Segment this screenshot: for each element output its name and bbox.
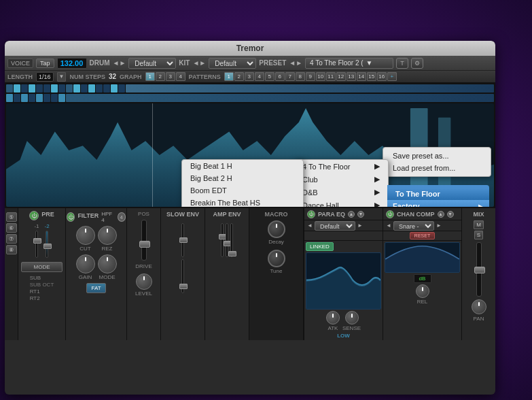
pat-btn-6[interactable]: 6 [275, 72, 285, 81]
db-display: dB [414, 274, 431, 283]
channel-btn-7[interactable]: ⑦ [6, 234, 17, 244]
bpm-display[interactable]: 132.00 [57, 58, 87, 69]
level-knob[interactable] [136, 273, 152, 290]
preset-arrows[interactable]: ◄► [289, 59, 302, 67]
pan-knob[interactable] [472, 299, 486, 314]
channel-btn-6[interactable]: ⑥ [6, 223, 17, 233]
pat-btn-5[interactable]: 5 [265, 72, 274, 81]
length-value[interactable]: 1/16 [36, 72, 54, 82]
length-down-btn[interactable]: ▼ [57, 72, 67, 82]
eq-preset-dropdown[interactable]: Default [315, 221, 355, 231]
cat-item-4ttf[interactable]: 4 To The Floor ▶ [294, 160, 388, 173]
filter-power-btn[interactable]: ⏻ [67, 212, 75, 222]
pat-btn-16[interactable]: 16 [377, 72, 387, 81]
graph-btn-4[interactable]: 4 [176, 72, 185, 81]
s-btn[interactable]: S [474, 231, 483, 239]
para-eq-down-btn[interactable]: ▼ [357, 211, 364, 218]
beat-submenu: Big Beat 1 H Big Beat 2 H Boom EDT Break… [181, 159, 304, 207]
pat-btn-9[interactable]: 9 [306, 72, 315, 81]
tap-button[interactable]: Tap [36, 59, 54, 68]
fader-2[interactable] [46, 231, 48, 258]
pre-mode-btn[interactable]: MODE [21, 262, 63, 272]
tune-label: Tune [270, 268, 283, 274]
eq-arrow-left[interactable]: ◄ [307, 222, 313, 229]
pat-btn-more[interactable]: + [387, 72, 397, 81]
comp-arrow-left[interactable]: ◄ [386, 222, 391, 229]
graph-btn-3[interactable]: 3 [166, 72, 175, 81]
tune-knob[interactable] [268, 250, 285, 267]
load-preset-item[interactable]: Load preset from... [383, 162, 491, 174]
drum-arrows[interactable]: ◄► [113, 59, 126, 67]
kit-dropdown[interactable]: Default [209, 58, 256, 69]
rel-label: REL [417, 299, 428, 305]
pat-btn-3[interactable]: 3 [245, 72, 254, 81]
pat-btn-1[interactable]: 1 [224, 72, 234, 81]
beat-item-3[interactable]: Boom EDT [182, 184, 303, 197]
cat-item-dancehall[interactable]: Dance Hall ▶ [294, 199, 388, 207]
pat-btn-10[interactable]: 10 [316, 72, 325, 81]
channel-btn-8[interactable]: ⑧ [6, 245, 17, 254]
atk-knob[interactable] [326, 311, 340, 324]
comp-preset-dropdown[interactable]: Snare - [393, 221, 434, 231]
beat-item-1[interactable]: Big Beat 1 H [182, 160, 303, 172]
cut-knob[interactable] [76, 226, 95, 245]
pat-btn-12[interactable]: 12 [336, 72, 346, 81]
graph-btn-2[interactable]: 2 [156, 72, 165, 81]
para-eq-up-btn[interactable]: ▲ [348, 211, 355, 218]
chan-comp-up-btn[interactable]: ▲ [438, 211, 444, 218]
slow-fader-2[interactable] [181, 259, 184, 293]
voice-button[interactable]: VOICE [7, 59, 33, 68]
app-window: Tremor VOICE Tap 132.00 DRUM ◄► Default … [5, 41, 495, 395]
save-preset-item[interactable]: Save preset as... [383, 150, 491, 162]
slow-fader-1[interactable] [181, 223, 184, 257]
graph-btn-1[interactable]: 1 [145, 72, 155, 81]
pos-label: POS [138, 211, 149, 217]
gain-label: GAIN [79, 274, 92, 280]
amp-fader-3[interactable] [230, 223, 233, 257]
reset-btn[interactable]: RESET [410, 232, 435, 239]
decay-knob[interactable] [268, 220, 285, 238]
comp-arrow-right[interactable]: ► [436, 222, 442, 229]
sequencer-section: LENGTH 1/16 ▼ NUM STEPS 32 GRAPH 1 2 3 4… [5, 71, 495, 207]
logo-button[interactable]: T [396, 58, 408, 69]
drive-fader[interactable] [141, 220, 147, 261]
linked-btn[interactable]: LINKED [306, 242, 334, 251]
beat-item-4[interactable]: Breakin The Beat HS [182, 197, 303, 207]
pat-btn-11[interactable]: 11 [326, 72, 336, 81]
rel-knob[interactable] [416, 284, 429, 298]
sense-knob[interactable] [345, 311, 359, 324]
kit-arrows[interactable]: ◄► [192, 59, 206, 67]
pat-btn-8[interactable]: 8 [296, 72, 305, 81]
channel-btn-5[interactable]: ⑤ [6, 212, 17, 222]
m-btn[interactable]: M [474, 220, 484, 229]
amp-fader-1[interactable] [221, 223, 224, 257]
fat-btn[interactable]: FAT [86, 283, 105, 293]
pre-power-btn[interactable]: ⏻ [29, 211, 39, 220]
eq-arrow-right[interactable]: ► [357, 222, 363, 229]
drum-label: DRUM [90, 59, 110, 67]
pat-btn-4[interactable]: 4 [255, 72, 264, 81]
cat-item-dnb[interactable]: D&B ▶ [294, 186, 388, 199]
mix-section: MIX M S PAN [461, 208, 495, 340]
beat-item-2[interactable]: Big Beat 2 H [182, 172, 303, 184]
filter-section: ⏻ FILTER HPF 4 4 CUT REZ GAIN [66, 208, 127, 340]
chan-comp-down-btn[interactable]: ▼ [447, 211, 454, 218]
chan-comp-power-btn[interactable]: ⏻ [386, 210, 394, 218]
preset-display[interactable]: 4 To The Floor 2 ( ▼ [305, 58, 393, 69]
drum-dropdown[interactable]: Default [128, 58, 176, 69]
rez-knob[interactable] [98, 226, 117, 245]
pat-btn-14[interactable]: 14 [357, 72, 366, 81]
mode2-knob[interactable] [98, 254, 117, 273]
fader-1[interactable] [35, 231, 38, 258]
pat-btn-2[interactable]: 2 [234, 72, 244, 81]
filter-type-btn[interactable]: 4 [118, 212, 126, 222]
cat-item-club[interactable]: Club ▶ [294, 173, 388, 186]
gain-knob[interactable] [76, 254, 95, 273]
pat-btn-7[interactable]: 7 [285, 72, 295, 81]
pat-btn-15[interactable]: 15 [367, 72, 376, 81]
pat-btn-13[interactable]: 13 [347, 72, 356, 81]
num-steps-value: 32 [109, 73, 116, 80]
mix-fader[interactable] [476, 242, 482, 297]
settings-button[interactable]: ⚙ [411, 58, 423, 69]
para-eq-power-btn[interactable]: ⏻ [307, 210, 315, 218]
